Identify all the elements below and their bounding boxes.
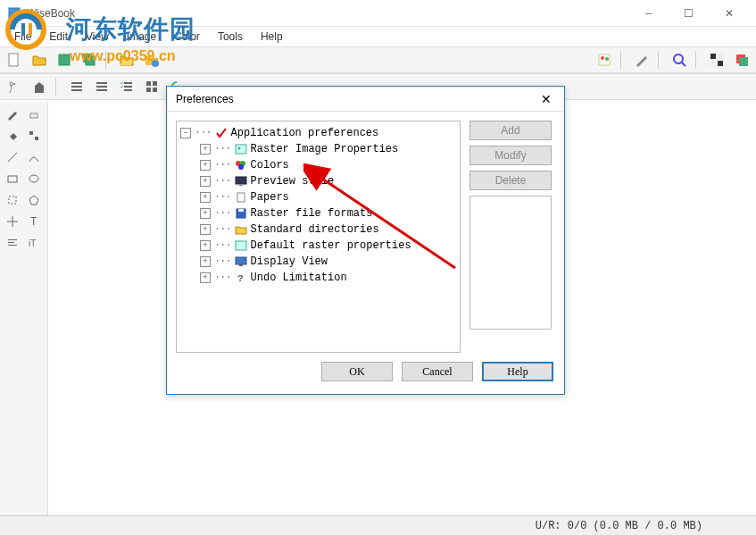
batch-icon[interactable] <box>141 49 162 71</box>
crop-icon[interactable] <box>4 191 21 209</box>
tree-item-directories[interactable]: + ··· Standard directories <box>180 222 456 238</box>
svg-rect-29 <box>153 88 157 92</box>
tree-item-undo[interactable]: + ··· ? Undo Limitation <box>180 270 456 286</box>
checklist-icon[interactable] <box>116 76 137 97</box>
expand-icon[interactable]: + <box>200 192 211 203</box>
ellipse-icon[interactable] <box>25 170 43 188</box>
delete-button[interactable]: Delete <box>469 171 552 190</box>
expand-icon[interactable]: + <box>200 176 211 187</box>
svg-rect-19 <box>71 89 82 91</box>
svg-rect-45 <box>236 145 246 154</box>
svg-rect-20 <box>96 82 107 84</box>
zoom-icon[interactable] <box>669 49 690 71</box>
tree-item-default-raster[interactable]: + ··· Default raster properties <box>180 238 456 254</box>
tree-connector: ··· <box>214 175 231 188</box>
new-icon[interactable] <box>4 49 25 71</box>
tree-connector: ··· <box>214 223 231 236</box>
pencil-icon[interactable] <box>4 105 21 123</box>
list2-icon[interactable] <box>91 76 112 97</box>
open-icon[interactable] <box>29 49 50 71</box>
eraser-icon[interactable] <box>25 105 43 123</box>
svg-rect-21 <box>96 86 107 88</box>
svg-rect-23 <box>124 82 132 84</box>
maximize-button[interactable]: ☐ <box>669 1 709 26</box>
save-icon[interactable] <box>54 49 75 71</box>
expand-icon[interactable]: + <box>200 208 211 219</box>
tree-item-label: Undo Limitation <box>251 272 347 284</box>
grid-icon[interactable] <box>706 49 727 71</box>
tiles-icon[interactable] <box>141 76 162 97</box>
tree-connector: ··· <box>214 159 231 171</box>
svg-rect-56 <box>236 257 246 264</box>
expand-icon[interactable]: + <box>200 272 211 283</box>
list-icon[interactable] <box>66 76 87 97</box>
tree-item-file-formats[interactable]: + ··· Raster file formats <box>180 205 456 222</box>
close-button[interactable]: ✕ <box>709 1 749 26</box>
dialog-title-text: Preferences <box>176 93 537 105</box>
svg-rect-32 <box>35 137 38 140</box>
dialog-footer: OK Cancel Help <box>167 362 564 390</box>
brush-icon[interactable] <box>631 49 652 71</box>
svg-rect-38 <box>8 239 17 240</box>
dialog-close-button[interactable]: ✕ <box>537 90 555 108</box>
layers-icon[interactable] <box>731 49 752 71</box>
ok-button[interactable]: OK <box>321 362 393 381</box>
save-all-icon[interactable] <box>79 49 100 71</box>
svg-line-10 <box>682 63 685 66</box>
pattern-icon[interactable] <box>25 127 43 145</box>
cancel-button[interactable]: Cancel <box>402 362 473 381</box>
svg-point-8 <box>605 57 609 61</box>
collapse-icon[interactable]: − <box>180 128 191 138</box>
toolbar-separator <box>55 78 61 96</box>
tree-item-display-view[interactable]: + ··· Display View <box>180 254 456 270</box>
tree-item-colors[interactable]: + ··· Colors <box>180 157 456 173</box>
menu-edit[interactable]: Edit <box>40 29 77 45</box>
dialog-body: − ··· Application preferences + ··· Rast… <box>167 112 564 362</box>
expand-icon[interactable]: + <box>200 256 211 267</box>
menu-help[interactable]: Help <box>252 29 292 45</box>
tree-root[interactable]: − ··· Application preferences <box>180 125 456 141</box>
folder-open-icon[interactable] <box>116 49 137 71</box>
polygon-icon[interactable] <box>25 191 43 209</box>
svg-rect-11 <box>710 54 716 59</box>
text-icon[interactable]: T <box>25 213 43 230</box>
menu-view[interactable]: View <box>77 29 118 45</box>
move-icon[interactable] <box>4 213 21 230</box>
building-icon[interactable] <box>29 76 50 97</box>
tree-item-raster-props[interactable]: + ··· Raster Image Properties <box>180 141 456 157</box>
preview-box <box>469 196 552 330</box>
curve-icon[interactable] <box>25 148 43 166</box>
svg-rect-51 <box>239 184 243 186</box>
bucket-icon[interactable] <box>4 127 21 145</box>
menu-image[interactable]: Image <box>118 29 165 45</box>
minimize-button[interactable]: – <box>628 1 669 26</box>
svg-rect-40 <box>8 245 17 246</box>
status-text: U/R: 0/0 (0.0 MB / 0.0 MB) <box>536 520 702 532</box>
help-button[interactable]: Help <box>482 362 553 381</box>
menu-color[interactable]: Color <box>165 29 209 45</box>
expand-icon[interactable]: + <box>200 160 211 171</box>
expand-icon[interactable]: + <box>200 240 211 251</box>
expand-icon[interactable]: + <box>200 144 211 155</box>
expand-icon[interactable]: + <box>200 224 211 235</box>
rich-text-icon[interactable]: iT <box>25 234 43 252</box>
svg-point-5 <box>152 60 159 67</box>
rect-icon[interactable] <box>4 170 21 188</box>
tree-connector: ··· <box>214 239 231 252</box>
menu-file[interactable]: File <box>5 29 40 45</box>
toolbar-separator <box>620 51 626 69</box>
window-title: WiseBook <box>27 7 628 20</box>
tree-item-preview-style[interactable]: + ··· Preview style <box>180 173 456 189</box>
align-icon[interactable] <box>4 234 21 252</box>
menu-tools[interactable]: Tools <box>209 29 252 45</box>
tree-connector: ··· <box>214 207 231 220</box>
add-button[interactable]: Add <box>469 121 552 140</box>
wand-icon[interactable] <box>4 76 25 97</box>
tree-item-papers[interactable]: + ··· Papers <box>180 189 456 205</box>
modify-button[interactable]: Modify <box>469 146 552 165</box>
line-icon[interactable] <box>4 148 21 166</box>
toolbar-separator <box>105 51 111 69</box>
palette-icon[interactable] <box>594 49 615 71</box>
svg-text:?: ? <box>237 273 244 283</box>
preferences-tree[interactable]: − ··· Application preferences + ··· Rast… <box>176 121 461 353</box>
